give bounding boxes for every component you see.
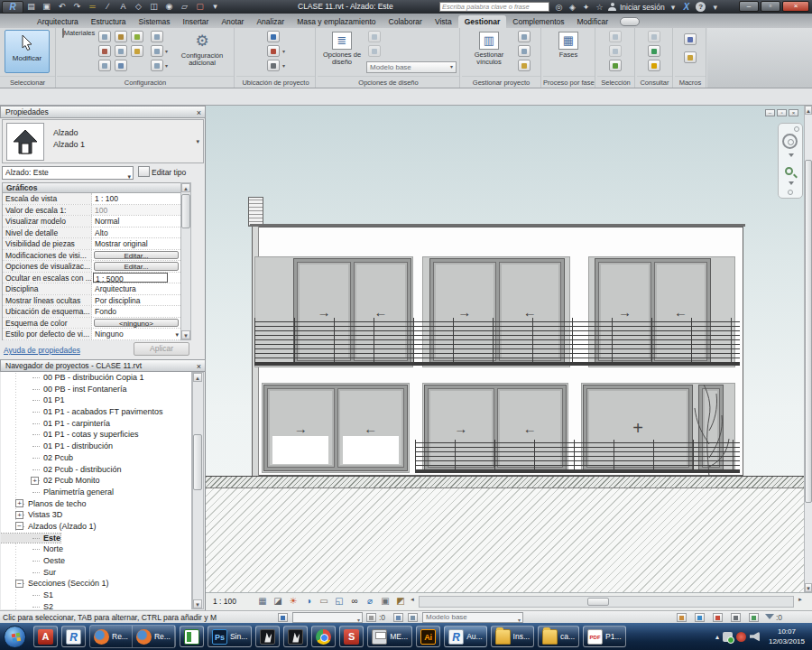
ribbon-tab-insertar[interactable]: Insertar	[177, 15, 216, 28]
project-information-icon[interactable]	[131, 31, 143, 42]
editable-only-icon[interactable]	[366, 613, 376, 622]
scrollbar-thumb[interactable]	[587, 598, 609, 606]
property-value[interactable]: Ninguno▾	[92, 329, 180, 339]
worksets-icon[interactable]	[278, 613, 288, 622]
render-icon[interactable]: ◉	[162, 1, 176, 13]
properties-scrollbar[interactable]: ▲ ▼	[180, 182, 191, 340]
property-value[interactable]: <ninguno>	[92, 318, 180, 329]
tree-item-este[interactable]: Este	[1, 533, 191, 544]
tree-item-00-pb-distribuci-n-copia-1[interactable]: 00 PB - distribución Copia 1	[1, 372, 191, 384]
property-input[interactable]: 1 : 5000	[93, 273, 168, 283]
steering-wheel-icon[interactable]	[782, 134, 798, 149]
property-value[interactable]: Editar...	[92, 250, 180, 261]
property-edit-button[interactable]: Editar...	[94, 262, 179, 271]
coordinates-icon[interactable]	[267, 45, 280, 57]
taskbar-app-dark[interactable]	[255, 626, 280, 647]
property-value[interactable]: Mostrar original	[92, 238, 180, 249]
decal-types-icon[interactable]	[518, 45, 531, 57]
exchange-apps-icon[interactable]: X	[684, 2, 690, 12]
location-globe-icon[interactable]	[267, 31, 280, 42]
expand-icon[interactable]: +	[31, 477, 39, 485]
edit-type-button[interactable]: Editar tipo	[138, 165, 204, 181]
taskbar-firefox-window[interactable]: Re...	[90, 626, 133, 647]
navbar-option-icon[interactable]	[788, 190, 793, 195]
property-value[interactable]: Normal	[92, 216, 180, 227]
scroll-up-icon[interactable]: ▲	[193, 373, 202, 382]
type-selector[interactable]: Alzado Alzado 1 ▾	[2, 119, 204, 163]
design-option-dropdown[interactable]: Modelo base ▾	[422, 612, 523, 623]
tree-item-01-p1-acabados-ft-pavimentos[interactable]: 01 P1 - acabados FT pavimentos	[1, 406, 191, 418]
scrollbar-thumb[interactable]	[805, 160, 812, 503]
tray-expand-icon[interactable]: ▴	[715, 633, 719, 641]
property-value[interactable]: Editar...	[92, 261, 180, 272]
project-parameters-icon[interactable]	[98, 45, 111, 57]
clock[interactable]: 10:07 12/03/2015	[769, 627, 805, 646]
ribbon-tab-anotar[interactable]: Anotar	[215, 15, 250, 28]
maximize-button[interactable]: ▫	[761, 1, 780, 12]
sun-path-icon[interactable]: ☀	[287, 595, 300, 608]
warnings-icon[interactable]	[648, 60, 660, 71]
ribbon-display-toggle[interactable]	[620, 17, 640, 26]
starting-view-icon[interactable]	[518, 60, 531, 71]
zoom-icon[interactable]	[785, 167, 793, 175]
transfer-project-standards-icon[interactable]	[98, 60, 111, 71]
taskbar-app-dark[interactable]	[283, 626, 308, 647]
taskbar-revit-window-active[interactable]: RAu...	[444, 626, 486, 647]
properties-palette-header[interactable]: Propiedades ×	[0, 106, 206, 118]
materials-button[interactable]: Materiales	[60, 30, 97, 37]
exclude-options-icon[interactable]	[677, 613, 687, 622]
graphics-section-header[interactable]: Gráficos ∧	[2, 182, 191, 193]
close-icon[interactable]: ×	[197, 361, 201, 372]
undo-icon[interactable]: ↶	[55, 1, 69, 13]
chevron-down-icon[interactable]	[789, 181, 794, 185]
project-browser-header[interactable]: Navegador de proyectos - CLASE 11.rvt ×	[0, 359, 206, 372]
panel-label-seleccionar[interactable]: Seleccionar	[0, 76, 55, 88]
edit-selection-icon[interactable]	[609, 60, 622, 71]
view-close-icon[interactable]: ×	[789, 109, 798, 116]
scroll-up-icon[interactable]: ▲	[805, 106, 812, 115]
shadows-icon[interactable]: ◑	[302, 595, 315, 608]
expand-icon[interactable]: +	[15, 511, 23, 519]
start-button[interactable]	[4, 626, 26, 648]
notification-tray-icon[interactable]	[736, 632, 746, 642]
tree-item-01-p1-distribuci-n[interactable]: 01 P1 - distribución	[1, 441, 191, 452]
view-minimize-icon[interactable]: –	[765, 109, 775, 116]
snaps-icon[interactable]	[115, 31, 127, 42]
collapse-icon[interactable]: −	[15, 580, 23, 588]
scroll-down-icon[interactable]: ▼	[193, 599, 202, 608]
tree-scrollbar[interactable]: ▲ ▼	[192, 372, 204, 609]
tree-item-secciones-secci-n-1-[interactable]: −Secciones (Sección 1)	[1, 578, 191, 590]
temporary-hide-icon[interactable]: ∞	[348, 595, 361, 608]
tree-item-02-pcub-monito[interactable]: +02 Pcub Monito	[1, 475, 191, 487]
structural-settings-icon[interactable]	[151, 45, 163, 57]
tree-item-planimetr-a-general[interactable]: Planimetría general	[1, 487, 191, 498]
tree-item-00-pb-inst-fontaner-a[interactable]: 00 PB - inst Fontanería	[1, 384, 191, 395]
purge-unused-icon[interactable]	[115, 60, 127, 71]
tree-item-01-p1-cotas-y-superficies[interactable]: 01 P1 - cotas y superficies	[1, 429, 191, 441]
macro-manager-icon[interactable]	[684, 33, 697, 45]
ribbon-tab-masa-y-emplazamiento[interactable]: Masa y emplazamiento	[291, 15, 382, 28]
taskbar-folder-window[interactable]: ca...	[538, 626, 579, 647]
select-underlay-icon[interactable]	[731, 613, 741, 622]
redo-icon[interactable]: ↷	[70, 1, 84, 13]
scroll-right-icon[interactable]: ►	[798, 597, 803, 602]
manage-links-button[interactable]: ▥ Gestionar vínculos	[466, 30, 512, 66]
usb-tray-icon[interactable]	[723, 632, 733, 642]
modify-button[interactable]: Modificar	[5, 30, 50, 73]
sign-in-button[interactable]: Iniciar sesión	[620, 3, 665, 12]
property-value[interactable]: Arquitectura	[92, 283, 180, 294]
taskbar-chrome[interactable]	[311, 626, 336, 647]
property-value[interactable]: Alto	[92, 228, 180, 238]
save-icon[interactable]: ▣	[40, 1, 53, 13]
collapse-icon[interactable]: −	[15, 522, 23, 530]
taskbar-autocad[interactable]: A	[33, 626, 58, 647]
navigation-bar[interactable]	[778, 123, 803, 199]
phases-button[interactable]: ▦ Fases	[550, 30, 586, 59]
element-selector-dropdown[interactable]: Alzado: Este ▾	[2, 166, 134, 180]
customize-qat-icon[interactable]: ▾	[208, 1, 222, 13]
tree-item-s1[interactable]: S1	[1, 590, 191, 601]
additional-settings-button[interactable]: ⚙ Configuración adicional	[172, 30, 232, 67]
navbar-option-icon[interactable]	[794, 126, 799, 132]
tree-item-s2[interactable]: S2	[1, 601, 191, 609]
design-options-button[interactable]: ≣ Opciones de diseño	[320, 30, 364, 66]
